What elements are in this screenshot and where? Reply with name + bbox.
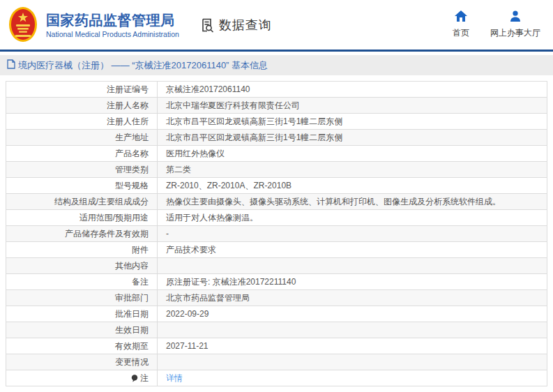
row-label-text: 备注 xyxy=(132,276,149,288)
table-row: 有效期至 2027-11-21 xyxy=(6,338,547,354)
row-label-text: 批准日期 xyxy=(115,308,149,320)
row-label-text: 有效期至 xyxy=(115,340,149,352)
row-value: 产品技术要求 xyxy=(158,242,547,257)
row-label: 注册人住所 xyxy=(6,114,158,129)
row-value: 原注册证号: 京械注准20172211140 xyxy=(158,274,547,289)
header-nav: 首页 网上办事大厅 xyxy=(453,10,540,39)
table-row: 生产地址 北京市昌平区回龙观镇高新三街1号1幢二层东侧 xyxy=(6,130,547,146)
row-value: 北京市药品监督管理局 xyxy=(158,290,547,306)
page-file-icon xyxy=(7,59,15,71)
row-value: 北京中瑞华夏医疗科技有限责任公司 xyxy=(158,98,547,113)
table-row: 生效日期 xyxy=(6,322,547,338)
row-label: 审批部门 xyxy=(6,290,158,306)
row-label: 管理类别 xyxy=(6,162,158,177)
table-row: 管理类别 第二类 xyxy=(6,162,547,178)
row-value: 医用红外热像仪 xyxy=(158,146,547,161)
row-label: 产品名称 xyxy=(6,146,158,161)
row-label-text: 结构及组成/主要组成成分 xyxy=(54,196,149,208)
row-label-text: 变更情况 xyxy=(115,356,149,368)
row-label: 生效日期 xyxy=(6,322,158,338)
row-label-text: 注册人名称 xyxy=(107,100,149,112)
breadcrumb: 境内医疗器械（注册） —— “京械注准20172061140” 基本信息 xyxy=(7,59,268,72)
page-header: 国家药品监督管理局 National Medical Products Admi… xyxy=(0,0,553,50)
row-value: 详情 xyxy=(158,370,547,386)
row-value: 2027-11-21 xyxy=(158,338,547,354)
row-label: 注 xyxy=(6,370,158,386)
national-emblem-logo xyxy=(8,6,38,44)
table-row: 型号规格 ZR-2010、ZR-2010A、ZR-2010B xyxy=(6,178,547,194)
row-label-text: 产品名称 xyxy=(115,148,149,160)
table-row: 注册证编号 京械注准20172061140 xyxy=(6,82,547,98)
row-value: 北京市昌平区回龙观镇高新三街1号1幢二层东侧 xyxy=(158,130,547,145)
row-value: ZR-2010、ZR-2010A、ZR-2010B xyxy=(158,178,547,193)
row-value xyxy=(158,322,547,338)
note-icon xyxy=(131,375,138,382)
row-label-text: 型号规格 xyxy=(115,180,149,192)
row-label: 型号规格 xyxy=(6,178,158,193)
row-label-text: 注册证编号 xyxy=(107,84,149,96)
row-label: 适用范围/预期用途 xyxy=(6,210,158,225)
nav-service-hall-label: 网上办事大厅 xyxy=(490,27,540,39)
row-value xyxy=(158,258,547,273)
detail-link[interactable]: 详情 xyxy=(166,372,183,384)
row-label-text: 生效日期 xyxy=(115,324,149,336)
document-search-icon xyxy=(200,17,215,33)
table-row: 注册人住所 北京市昌平区回龙观镇高新三街1号1幢二层东侧 xyxy=(6,114,547,130)
row-value: 北京市昌平区回龙观镇高新三街1号1幢二层东侧 xyxy=(158,114,547,129)
nav-home-label: 首页 xyxy=(453,27,469,39)
row-value: 2022-09-29 xyxy=(158,306,547,322)
table-row: 产品名称 医用红外热像仪 xyxy=(6,146,547,162)
row-label: 其他内容 xyxy=(6,258,158,273)
row-label-text: 注 xyxy=(140,372,149,384)
table-row: 注册人名称 北京中瑞华夏医疗科技有限责任公司 xyxy=(6,98,547,114)
row-label: 注册人名称 xyxy=(6,98,158,113)
row-label: 批准日期 xyxy=(6,306,158,322)
breadcrumb-bar: 境内医疗器械（注册） —— “京械注准20172061140” 基本信息 xyxy=(0,55,553,75)
row-label: 有效期至 xyxy=(6,338,158,354)
row-value: 京械注准20172061140 xyxy=(158,82,547,97)
row-label: 生产地址 xyxy=(6,130,158,145)
row-label-text: 产品储存条件及有效期 xyxy=(65,228,149,240)
table-row: 注 详情 xyxy=(6,370,547,386)
row-value: - xyxy=(158,226,547,241)
row-label: 备注 xyxy=(6,274,158,289)
row-label-text: 审批部门 xyxy=(115,292,149,304)
table-row: 其他内容 xyxy=(6,258,547,274)
home-icon xyxy=(455,10,467,24)
nav-item-service-hall[interactable]: 网上办事大厅 xyxy=(490,10,540,39)
table-row: 产品储存条件及有效期 - xyxy=(6,226,547,242)
table-row: 附件 产品技术要求 xyxy=(6,242,547,258)
header-divider xyxy=(0,50,553,52)
row-label: 产品储存条件及有效期 xyxy=(6,226,158,241)
nav-item-home[interactable]: 首页 xyxy=(453,10,469,39)
breadcrumb-text: 境内医疗器械（注册） —— “京械注准20172061140” 基本信息 xyxy=(18,59,268,72)
row-value: 第二类 xyxy=(158,162,547,177)
person-icon xyxy=(510,10,521,24)
row-label-text: 生产地址 xyxy=(115,132,149,144)
row-value: 适用于对人体热像测温。 xyxy=(158,210,547,225)
row-label-text: 适用范围/预期用途 xyxy=(79,212,149,224)
row-label: 注册证编号 xyxy=(6,82,158,97)
site-title: 国家药品监督管理局 xyxy=(46,12,179,29)
row-label-text: 注册人住所 xyxy=(107,116,149,128)
table-row: 变更情况 xyxy=(6,354,547,370)
row-label-text: 管理类别 xyxy=(115,164,149,176)
table-row: 批准日期 2022-09-29 xyxy=(6,306,547,322)
row-label: 附件 xyxy=(6,242,158,257)
row-value xyxy=(158,354,547,370)
row-label-text: 其他内容 xyxy=(115,260,149,272)
table-row: 结构及组成/主要组成成分 热像仪主要由摄像头、摄像头驱动系统、计算机和打印机、图… xyxy=(6,194,547,210)
row-label: 变更情况 xyxy=(6,354,158,370)
table-row: 适用范围/预期用途 适用于对人体热像测温。 xyxy=(6,210,547,226)
table-row: 备注 原注册证号: 京械注准20172211140 xyxy=(6,274,547,290)
data-query-label: 数据查询 xyxy=(219,17,272,33)
row-value: 热像仪主要由摄像头、摄像头驱动系统、计算机和打印机、图像生成及分析系统软件组成。 xyxy=(158,194,547,209)
row-label: 结构及组成/主要组成成分 xyxy=(6,194,158,209)
row-label-text: 附件 xyxy=(132,244,149,256)
site-subtitle: National Medical Products Administration xyxy=(46,30,179,38)
info-table: 注册证编号 京械注准20172061140 注册人名称 北京中瑞华夏医疗科技有限… xyxy=(6,81,547,386)
data-query-section[interactable]: 数据查询 xyxy=(200,17,272,33)
table-row: 审批部门 北京市药品监督管理局 xyxy=(6,290,547,306)
